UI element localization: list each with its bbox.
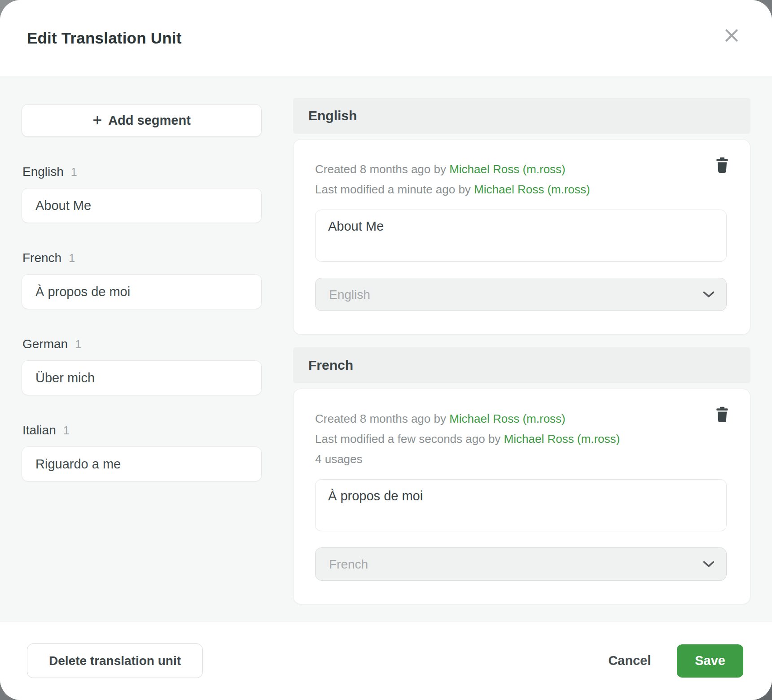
save-button[interactable]: Save [677,644,743,678]
modified-meta: Last modified a minute ago by Michael Ro… [315,179,730,200]
segment-label-italian: Italian 1 [22,423,262,438]
segment-text-input-english[interactable]: About Me [315,210,727,262]
segment-count: 1 [63,424,70,437]
page-title: Edit Translation Unit [27,29,182,47]
cancel-button[interactable]: Cancel [608,653,651,668]
created-user-link[interactable]: Michael Ross (m.ross) [449,162,566,176]
close-icon [723,26,741,46]
trash-icon [715,407,729,424]
created-text: Created 8 months ago by [315,412,449,425]
usages-count: 4 usages [315,449,730,469]
delete-translation-unit-button[interactable]: Delete translation unit [27,643,203,678]
language-name: German [22,337,68,351]
panel-header-english: English [293,98,750,134]
language-select-wrap: English [315,278,727,311]
modified-user-link[interactable]: Michael Ross (m.ross) [504,432,620,446]
language-name: Italian [22,423,56,438]
segment-count: 1 [71,166,77,179]
modal-footer: Delete translation unit Cancel Save [0,621,772,700]
modified-meta: Last modified a few seconds ago by Micha… [315,429,730,449]
segment-label-french: French 1 [22,251,262,265]
segment-item-english[interactable]: About Me [22,188,262,223]
created-text: Created 8 months ago by [315,162,449,176]
segment-item-french[interactable]: À propos de moi [22,274,262,309]
segment-item-german[interactable]: Über mich [22,360,262,395]
segment-item-italian[interactable]: Riguardo a me [22,446,262,481]
language-select-french[interactable]: French [315,547,727,581]
plus-icon: + [92,112,102,128]
segment-count: 1 [75,338,81,351]
segment-label-german: German 1 [22,337,262,351]
created-user-link[interactable]: Michael Ross (m.ross) [449,412,566,425]
panel-card-english: Created 8 months ago by Michael Ross (m.… [293,139,750,335]
segment-count: 1 [69,252,75,265]
add-segment-button[interactable]: + Add segment [22,104,262,137]
segment-label-english: English 1 [22,165,262,179]
modified-text: Last modified a minute ago by [315,183,474,196]
modal-header: Edit Translation Unit [0,0,772,76]
delete-segment-button[interactable] [712,156,732,175]
segment-text-input-french[interactable]: À propos de moi [315,479,727,531]
segments-sidebar: + Add segment English 1 About Me French … [22,76,262,621]
segment-panels: English Created 8 months ago by Michael … [293,76,750,621]
language-select-wrap: French [315,547,727,581]
language-name: French [22,251,61,265]
modified-text: Last modified a few seconds ago by [315,432,504,446]
modal-body: + Add segment English 1 About Me French … [0,76,772,621]
add-segment-label: Add segment [108,113,191,128]
delete-segment-button[interactable] [712,405,732,425]
edit-translation-unit-modal: Edit Translation Unit + Add segment Engl… [0,0,772,700]
language-name: English [22,165,64,179]
trash-icon [715,157,729,175]
created-meta: Created 8 months ago by Michael Ross (m.… [315,159,730,179]
close-button[interactable] [719,24,744,49]
modified-user-link[interactable]: Michael Ross (m.ross) [474,183,590,196]
panel-card-french: Created 8 months ago by Michael Ross (m.… [293,389,750,604]
created-meta: Created 8 months ago by Michael Ross (m.… [315,409,730,429]
language-select-english[interactable]: English [315,278,727,311]
panel-header-french: French [293,347,750,383]
